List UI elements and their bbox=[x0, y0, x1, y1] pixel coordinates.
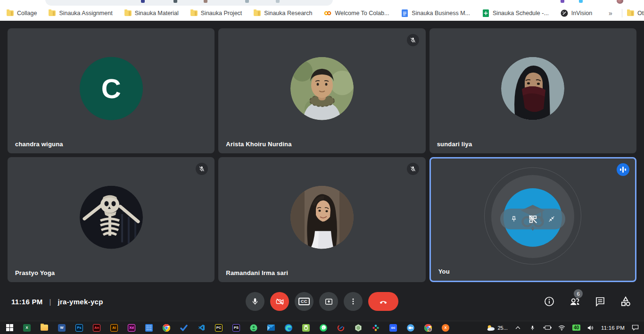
present-button[interactable] bbox=[319, 292, 338, 311]
activities-button[interactable] bbox=[619, 295, 632, 308]
minimize-button[interactable] bbox=[546, 214, 557, 224]
participant-tile-sundari-liya[interactable]: sundari liya bbox=[429, 28, 636, 153]
bookmark-sinauka-schedule[interactable]: Sinauka Schedule -... bbox=[482, 9, 549, 17]
taskbar-green-app[interactable] bbox=[249, 324, 258, 332]
participant-name: sundari liya bbox=[437, 141, 472, 148]
taskbar-chrome-profile[interactable] bbox=[424, 324, 432, 332]
taskbar-hexagon-app[interactable] bbox=[354, 324, 363, 332]
bookmarks-right-group: » Other bookmarks bbox=[604, 9, 644, 17]
taskbar-vscode[interactable] bbox=[197, 324, 206, 332]
bookmark-sinauka-research[interactable]: Sinauka Research bbox=[254, 10, 312, 17]
participant-tile-ramandani-irma-sari[interactable]: Ramandani Irma sari bbox=[218, 157, 425, 282]
participant-tile-prastyo-yoga[interactable]: Prastyo Yoga bbox=[8, 157, 215, 282]
taskbar-illustrator[interactable]: Ai bbox=[110, 324, 118, 332]
bookmark-invision[interactable]: InVision bbox=[561, 9, 592, 17]
extension-icon-sliver[interactable] bbox=[204, 0, 207, 3]
taskbar-whatsapp[interactable] bbox=[319, 324, 328, 332]
taskbar-chrome[interactable] bbox=[162, 324, 171, 332]
bookmark-sinauka-project[interactable]: Sinauka Project bbox=[190, 10, 242, 17]
battery-percent-badge[interactable]: 40 bbox=[572, 325, 580, 331]
microphone-button[interactable] bbox=[246, 292, 264, 311]
grid-off-icon bbox=[528, 214, 538, 224]
taskbar-check-app[interactable] bbox=[180, 324, 188, 332]
blue-videocam-icon bbox=[407, 324, 414, 332]
extension-icon-sliver[interactable] bbox=[561, 0, 564, 3]
colab-icon bbox=[324, 9, 331, 17]
profile-photo bbox=[501, 57, 564, 120]
weather-widget[interactable]: 25... bbox=[487, 325, 507, 331]
taskbar-video-app[interactable] bbox=[406, 324, 415, 332]
address-bar-sliver[interactable] bbox=[45, 0, 333, 6]
speaker-icon bbox=[587, 325, 594, 331]
taskbar-word[interactable]: W bbox=[58, 324, 66, 332]
browser-profile-avatar[interactable] bbox=[617, 0, 623, 4]
participants-button[interactable]: 6 bbox=[569, 295, 581, 308]
screen: Collage Sinauka Assignment Sinauka Mater… bbox=[0, 0, 644, 334]
tray-battery[interactable] bbox=[543, 324, 552, 332]
bookmark-label: Welcome To Colab... bbox=[335, 10, 389, 17]
meeting-clock: 11:16 PM bbox=[11, 298, 43, 306]
action-center-button[interactable] bbox=[631, 324, 639, 332]
bookmark-label: Sinauka Schedule -... bbox=[493, 10, 549, 17]
weather-temp: 25... bbox=[497, 325, 507, 331]
bookmark-sinauka-assignment[interactable]: Sinauka Assignment bbox=[49, 10, 112, 17]
participant-tile-you[interactable]: You bbox=[429, 157, 636, 282]
meeting-details[interactable]: 11:16 PM | jra-ymek-ycp bbox=[11, 298, 103, 306]
participant-name: Ramandani Irma sari bbox=[226, 269, 288, 276]
taskbar-adobe-xd[interactable]: Xd bbox=[127, 324, 136, 332]
taskbar-xampp[interactable]: X bbox=[441, 324, 450, 332]
other-bookmarks-button[interactable]: Other bookmarks bbox=[627, 10, 644, 17]
extension-icon-sliver[interactable] bbox=[173, 0, 177, 3]
folder-icon bbox=[627, 10, 634, 16]
more-options-button[interactable] bbox=[344, 292, 363, 311]
pin-button[interactable] bbox=[509, 214, 519, 224]
folder-icon bbox=[124, 10, 132, 16]
tray-expand-chevron[interactable] bbox=[514, 324, 522, 332]
taskbar-edge[interactable] bbox=[284, 324, 293, 332]
bookmark-colab[interactable]: Welcome To Colab... bbox=[324, 9, 389, 17]
taskbar-slack-like-app[interactable] bbox=[372, 324, 380, 332]
taskbar-mail[interactable] bbox=[267, 324, 275, 332]
taskbar-phpstorm[interactable]: PS bbox=[232, 324, 240, 332]
windows-taskbar: X W Ps An Ai Xd bbox=[0, 321, 644, 334]
taskbar-oc-app[interactable]: oc bbox=[389, 324, 397, 332]
extension-icon-sliver[interactable] bbox=[276, 0, 280, 3]
end-call-button[interactable] bbox=[368, 292, 398, 311]
taskbar-calendar-app[interactable] bbox=[145, 324, 153, 332]
taskbar-excel[interactable]: X bbox=[23, 324, 31, 332]
meeting-details-button[interactable] bbox=[543, 295, 555, 308]
captions-button[interactable]: CC bbox=[295, 292, 314, 311]
taskbar-animate[interactable]: An bbox=[92, 324, 101, 332]
taskbar-photoshop[interactable]: Ps bbox=[75, 324, 83, 332]
chrome-profile-icon bbox=[424, 324, 432, 332]
initial-avatar: C bbox=[80, 57, 143, 120]
bookmarks-overflow-chevron[interactable]: » bbox=[604, 9, 617, 17]
taskbar-red-app[interactable] bbox=[337, 324, 345, 332]
participant-tile-chandra-wiguna[interactable]: C chandra wiguna bbox=[8, 28, 215, 153]
folder-icon bbox=[254, 10, 261, 16]
present-screen-icon bbox=[324, 297, 333, 306]
participant-tile-arista-khoiru-nurdina[interactable]: Arista Khoiru Nurdina bbox=[218, 28, 425, 153]
wifi-icon bbox=[558, 325, 565, 331]
battery-plug-icon bbox=[543, 325, 552, 330]
tray-volume[interactable] bbox=[586, 324, 595, 332]
start-button[interactable] bbox=[5, 324, 14, 332]
file-explorer-icon bbox=[41, 325, 48, 331]
bookmark-collage[interactable]: Collage bbox=[7, 10, 37, 17]
chat-button[interactable] bbox=[594, 295, 606, 308]
taskbar-pycharm[interactable]: PC bbox=[215, 324, 223, 332]
bookmark-sinauka-business[interactable]: Sinauka Business M... bbox=[401, 9, 470, 17]
tray-wifi[interactable] bbox=[558, 324, 566, 332]
extension-icon-sliver[interactable] bbox=[579, 0, 583, 3]
edge-icon bbox=[285, 324, 292, 332]
bookmark-label: Sinauka Project bbox=[201, 10, 242, 17]
tray-clock[interactable]: 11:16 PM bbox=[601, 325, 625, 331]
bookmark-sinauka-material[interactable]: Sinauka Material bbox=[124, 10, 179, 17]
grid-off-button[interactable] bbox=[527, 213, 539, 225]
taskbar-android-cam[interactable] bbox=[302, 324, 310, 332]
camera-off-button[interactable] bbox=[270, 292, 289, 311]
tray-microphone[interactable] bbox=[528, 324, 537, 332]
extension-icon-sliver[interactable] bbox=[245, 0, 249, 3]
extension-icon-sliver[interactable] bbox=[141, 0, 145, 3]
taskbar-file-explorer[interactable] bbox=[40, 324, 49, 332]
